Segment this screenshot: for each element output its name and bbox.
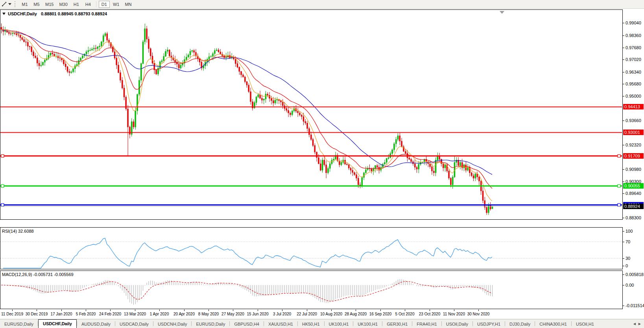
hline-anchor[interactable] <box>1 185 4 187</box>
timeframe-toolbar: M1M5M15M30H1H4D1W1MN <box>0 0 644 9</box>
chart-tab-fra40-h1[interactable]: FRA40,H1 <box>412 321 441 328</box>
chart-tab-uk100-h1[interactable]: UK100,H1 <box>353 321 382 328</box>
rsi-tick-label: 0 <box>626 263 628 268</box>
ma-line-slow <box>1 30 492 174</box>
main-chart-panel[interactable] <box>0 9 623 220</box>
timeframe-button-d1[interactable]: D1 <box>99 1 110 8</box>
rsi-canvas[interactable] <box>0 228 622 269</box>
tabs-scroll-right-icon[interactable]: ▶ <box>638 322 641 326</box>
timeframe-button-m5[interactable]: M5 <box>31 1 42 8</box>
price-tick-mark <box>623 120 624 121</box>
rsi-indicator-label: RSI(14) 32.6088 <box>2 229 34 233</box>
price-tick-mark <box>623 193 624 194</box>
date-tick-label: 11 Nov 2020 <box>443 312 465 316</box>
chart-tab-ger30-h1[interactable]: GER30,H1 <box>382 321 412 328</box>
chart-symbol-period: USDCHF,Daily <box>8 11 37 16</box>
toolbar-overflow-caret-icon[interactable] <box>8 3 11 5</box>
timeframe-button-h4[interactable]: H4 <box>83 1 94 8</box>
chart-tab-hk50-h1[interactable]: HK50,H1 <box>298 321 324 328</box>
date-tick-label: 22 Jul 2020 <box>297 312 317 316</box>
rsi-name: RSI(14) <box>2 229 17 233</box>
panel-splitter[interactable] <box>0 220 623 227</box>
timeframe-button-w1[interactable]: W1 <box>111 1 122 8</box>
chart-tab-usoil-h1[interactable]: USOil,H1 <box>572 321 598 328</box>
rsi-line <box>3 238 492 268</box>
chart-tab-china300-h1[interactable]: CHINA300,H1 <box>535 321 571 328</box>
rsi-panel[interactable] <box>0 227 623 269</box>
chart-tab-usdcad-daily[interactable]: USDCAD,Daily <box>115 321 153 328</box>
macd-tick-label: 0.00 <box>626 283 634 287</box>
chart-tabs: EURUSD,DailyUSDCHF,DailyAUDUSD,DailyUSDC… <box>0 319 598 328</box>
price-tick-mark <box>623 23 624 23</box>
chart-tab-dj30-daily[interactable]: DJ30,Daily <box>505 321 535 328</box>
tabs-scroll-left-icon[interactable]: ◀ <box>633 322 636 326</box>
hline-anchor[interactable] <box>1 204 4 206</box>
date-axis[interactable]: 11 Dec 201930 Dec 201917 Jan 20205 Feb 2… <box>0 309 623 319</box>
date-tick-mark <box>61 309 62 311</box>
hline-anchor[interactable] <box>618 185 620 187</box>
macd-tick-label: 0.005818 <box>626 272 644 277</box>
chart-tab-audusd-daily[interactable]: AUDUSD,Daily <box>77 321 115 328</box>
date-tick-mark <box>478 309 479 311</box>
chart-tab-usoil-daily[interactable]: USOil,Daily <box>442 321 472 328</box>
price-tick-label: 0.92320 <box>626 143 641 147</box>
price-tick-label: 0.90980 <box>626 167 641 172</box>
chart-tab-eurusd-daily[interactable]: EURUSD,Daily <box>192 321 229 328</box>
date-tick-mark <box>307 309 307 311</box>
date-tick-mark <box>454 309 454 311</box>
mt4-window: { "toolbar": { "timeframes": [ {"label":… <box>0 0 644 328</box>
chart-tab-uk100-h1[interactable]: UK100,H1 <box>325 321 353 328</box>
chart-tab-usdcnh-daily[interactable]: USDCNH,Daily <box>153 321 192 328</box>
price-tick-mark <box>623 218 624 218</box>
timeframe-button-h1[interactable]: H1 <box>71 1 82 8</box>
date-tick-label: 13 Mar 2020 <box>124 312 146 316</box>
hline-anchor[interactable] <box>618 155 620 158</box>
hline-anchor[interactable] <box>618 204 620 206</box>
date-tick-label: 5 Oct 2020 <box>395 312 415 316</box>
chart-tab-usdchf-daily[interactable]: USDCHF,Daily <box>38 319 77 328</box>
date-tick-mark <box>233 309 233 311</box>
toolbar-grip[interactable] <box>15 1 16 7</box>
date-tick-label: 5 Feb 2020 <box>76 312 96 316</box>
chart-tab-xauusd-h1[interactable]: XAUUSD,H1 <box>264 321 297 328</box>
date-tick-label: 11 Dec 2019 <box>1 312 23 316</box>
date-tick-label: 10 Aug 2020 <box>320 312 342 316</box>
macd-signal-line <box>1 282 492 301</box>
objects-dropdown-icon[interactable] <box>2 13 6 15</box>
chart-tab-usdjpy-h1[interactable]: USDJPY,H1 <box>473 321 505 328</box>
macd-panel[interactable] <box>0 271 623 309</box>
date-tick-mark <box>258 309 258 311</box>
timeframe-button-mn[interactable]: MN <box>122 1 134 8</box>
chart-tab-eurusd-daily[interactable]: EURUSD,Daily <box>0 321 38 328</box>
chart-shift-marker-icon[interactable] <box>500 11 504 14</box>
price-tick-label: 0.97020 <box>626 57 641 62</box>
date-tick-label: 27 May 2020 <box>221 312 244 316</box>
timeframe-button-m30[interactable]: M30 <box>57 1 70 8</box>
timeframe-buttons: M1M5M15M30H1H4D1W1MN <box>19 0 134 9</box>
macd-current-values: -0.005731 -0.005569 <box>33 272 73 277</box>
date-tick-mark <box>37 309 37 311</box>
hline-anchor[interactable] <box>1 155 4 158</box>
chart-title: USDCHF,Daily 0.88801 0.88945 0.88793 0.8… <box>2 11 107 16</box>
chart-tab-bar: EURUSD,DailyUSDCHF,DailyAUDUSD,DailyUSDC… <box>0 319 644 328</box>
date-tick-label: 3 Jul 2020 <box>273 312 291 316</box>
timeframe-button-m15[interactable]: M15 <box>43 1 56 8</box>
date-tick-label: 24 Feb 2020 <box>99 312 121 316</box>
main-chart-canvas[interactable] <box>0 10 622 219</box>
macd-canvas[interactable] <box>0 271 622 309</box>
toolbar-handle[interactable] <box>2 2 11 7</box>
chart-tab-gbpusd-h4[interactable]: GBPUSD,H4 <box>230 321 264 328</box>
date-tick-mark <box>380 309 381 311</box>
timeframe-button-m1[interactable]: M1 <box>19 1 30 8</box>
price-tick-label: 0.95000 <box>626 94 641 98</box>
date-tick-mark <box>86 309 86 311</box>
price-axis[interactable]: 0.990400.983600.976800.970200.963400.956… <box>623 0 644 328</box>
date-tick-label: 17 Jan 2020 <box>50 312 72 316</box>
date-tick-mark <box>184 309 185 311</box>
macd-name: MACD(12,26,9) <box>2 272 32 277</box>
price-tick-label: 0.99040 <box>626 20 641 25</box>
price-tick-label: 0.89640 <box>626 191 641 196</box>
rsi-tick-mark <box>623 266 624 266</box>
ma-line-fast <box>1 30 492 201</box>
price-tick-label: 0.93660 <box>626 118 641 123</box>
